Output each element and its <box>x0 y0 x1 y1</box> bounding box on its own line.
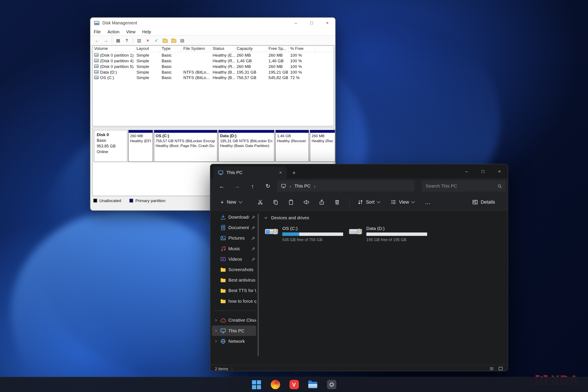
sidebar-item-screenshots[interactable]: Screenshots <box>212 264 256 275</box>
more-options-button[interactable]: … <box>421 196 434 208</box>
drive-tile-os-c[interactable]: OS (C:) 545 GB free of 756 GB <box>264 225 345 243</box>
sidebar-item-downloads[interactable]: Downloads <box>212 212 256 222</box>
new-folder-icon[interactable] <box>170 37 177 44</box>
minimize-button[interactable]: – <box>288 18 304 28</box>
help-icon[interactable]: ? <box>123 37 130 44</box>
table-row[interactable]: (Disk 0 partition 4) Simple Basic Health… <box>92 58 334 63</box>
sidebar-item-how-to-force[interactable]: how to force qu <box>212 296 256 306</box>
new-tab-button[interactable]: + <box>289 168 299 178</box>
partition-segment-efi[interactable]: 260 MB Healthy (EFI <box>128 130 153 162</box>
delete-partition-icon[interactable]: × <box>144 37 151 44</box>
search-input[interactable] <box>426 183 497 188</box>
sidebar-item-documents[interactable]: Documents <box>212 222 256 233</box>
maximize-button[interactable]: □ <box>475 164 491 178</box>
column-header-type[interactable]: Type <box>160 46 182 52</box>
sidebar-item-best-antivirus[interactable]: Best antivirus <box>212 275 256 285</box>
sidebar-item-label: This PC <box>228 328 256 334</box>
table-row[interactable]: (Disk 0 partition 1) Simple Basic Health… <box>92 52 334 58</box>
details-button[interactable]: Details <box>468 196 499 208</box>
sort-button[interactable]: Sort <box>354 196 384 208</box>
segment-status: Healthy (EFI <box>130 138 151 143</box>
thumbnail-view-toggle-icon[interactable] <box>498 366 503 371</box>
menu-help[interactable]: Help <box>139 30 154 34</box>
sidebar-item-music[interactable]: Music <box>212 244 256 254</box>
paste-button[interactable] <box>284 196 298 208</box>
disk0-info-panel[interactable]: Disk 0 Basic 953,85 GB Online <box>94 130 128 162</box>
sidebar-item-this-pc[interactable]: This PC <box>212 326 256 336</box>
close-button[interactable]: × <box>320 18 335 28</box>
breadcrumb-this-pc[interactable]: This PC <box>294 183 310 188</box>
column-header-filesystem[interactable]: File System <box>182 46 211 52</box>
menu-action[interactable]: Action <box>104 30 123 34</box>
console-window-icon[interactable]: ▦ <box>114 37 122 44</box>
sidebar-item-network[interactable]: Network <box>212 336 256 346</box>
column-header-freespace[interactable]: Free Sp... <box>267 46 289 52</box>
segment-size: 1,46 GB <box>277 134 307 138</box>
cell-free: 1,46 GB <box>267 58 289 63</box>
navigation-bar: ← → ↑ ↻ › This PC › <box>210 178 508 194</box>
menu-view[interactable]: View <box>123 30 139 34</box>
partition-segment-os-c[interactable]: OS (C:) 756,57 GB NTFS (BitLocker Encryp… <box>154 130 218 162</box>
file-explorer-button[interactable] <box>306 378 320 391</box>
back-button[interactable]: ← <box>216 180 228 192</box>
cell-layout: Simple <box>135 53 160 57</box>
maximize-button[interactable]: □ <box>304 18 320 28</box>
utility-button[interactable] <box>325 378 338 391</box>
start-button[interactable] <box>250 378 263 391</box>
open-folder-icon[interactable] <box>161 37 168 44</box>
segment-size: 756,57 GB NTFS (BitLocker Encryp <box>156 138 216 143</box>
close-button[interactable]: × <box>491 164 508 178</box>
search-box[interactable] <box>422 180 506 192</box>
share-button[interactable] <box>315 196 328 208</box>
start-icon <box>252 380 261 389</box>
launcher-orange-button[interactable] <box>268 378 282 391</box>
cut-button[interactable] <box>254 196 267 208</box>
vivaldi-button[interactable]: V <box>287 378 301 391</box>
rename-button[interactable] <box>300 196 313 208</box>
forward-icon[interactable]: → <box>102 37 109 44</box>
section-devices-and-drives[interactable]: Devices and drives <box>264 215 508 220</box>
display-icon[interactable]: ▥ <box>136 37 143 44</box>
address-bar[interactable]: › This PC › <box>277 180 414 192</box>
minimize-button[interactable]: – <box>458 164 475 178</box>
sidebar-item-pictures[interactable]: Pictures <box>212 233 256 243</box>
column-header-volume[interactable]: Volume <box>92 46 135 52</box>
partition-segment-recovery1[interactable]: 1,46 GB Healthy (Recover <box>275 130 309 162</box>
delete-button[interactable] <box>330 196 344 208</box>
sidebar-item-best-tts[interactable]: Best TTS for Win <box>212 285 256 296</box>
up-icon: ↑ <box>251 183 254 189</box>
column-header-status[interactable]: Status <box>211 46 235 52</box>
table-row[interactable]: Data (D:) Simple Basic NTFS (BitLo... He… <box>92 69 334 75</box>
menu-file[interactable]: File <box>90 30 104 34</box>
table-row[interactable]: OS (C:) Simple Basic NTFS (BitLo... Heal… <box>92 75 334 80</box>
column-header-capacity[interactable]: Capacity <box>235 46 267 52</box>
check-disk-icon[interactable]: ✓ <box>153 37 160 44</box>
list-view-icon[interactable]: ▤ <box>178 37 186 44</box>
partition-segment-recovery2[interactable]: 260 MB Healthy (Rec <box>310 130 335 162</box>
table-row[interactable]: (Disk 0 partition 5) Simple Basic Health… <box>92 63 334 69</box>
folder-icon <box>220 298 226 304</box>
sidebar-item-videos[interactable]: Videos <box>212 254 256 264</box>
disk-management-titlebar[interactable]: Disk Management – □ × <box>90 18 335 28</box>
sidebar-scrollbar[interactable] <box>258 214 259 356</box>
column-header-pctfree[interactable]: % Free <box>289 46 315 52</box>
tab-this-pc[interactable]: This PC × <box>214 166 287 178</box>
column-header-layout[interactable]: Layout <box>135 46 160 52</box>
utility-icon <box>327 380 336 389</box>
refresh-button[interactable]: ↻ <box>262 180 274 192</box>
ellipsis-icon: … <box>425 198 431 205</box>
tab-close-button[interactable]: × <box>277 169 284 176</box>
documents-icon <box>220 224 226 231</box>
list-view-toggle-icon[interactable] <box>489 366 494 371</box>
new-button[interactable]: + New <box>216 196 246 208</box>
legend-swatch-unallocated <box>94 199 97 202</box>
back-icon[interactable]: ← <box>94 37 101 44</box>
cell-status: Healthy (B... <box>211 75 235 80</box>
up-button[interactable]: ↑ <box>246 180 259 192</box>
view-button[interactable]: View <box>386 196 418 208</box>
copy-button[interactable] <box>269 196 282 208</box>
sidebar-item-creative-cloud[interactable]: Creative Cloud F <box>212 315 256 325</box>
drive-tile-data-d[interactable]: Data (D:) 195 GB free of 195 GB <box>348 225 428 243</box>
forward-button[interactable]: → <box>231 180 244 192</box>
partition-segment-data-d[interactable]: Data (D:) 195,31 GB NTFS (BitLocker En H… <box>218 130 274 162</box>
